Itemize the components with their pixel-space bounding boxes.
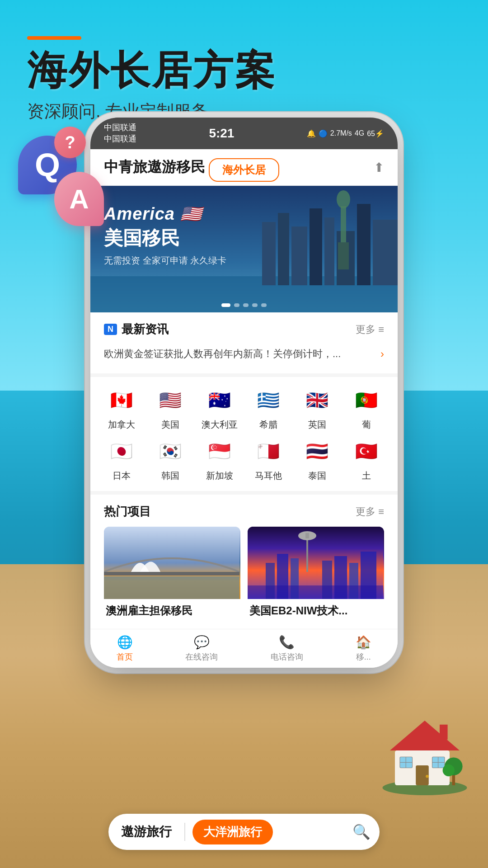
nav-label-1: 在线咨询 xyxy=(185,651,218,662)
country-name-11: 土 xyxy=(362,470,371,482)
nav-item-0[interactable]: 🌐 首页 xyxy=(117,635,133,662)
country-item-7[interactable]: 🇰🇷 韩国 xyxy=(148,435,192,482)
country-flag-4: 🇬🇧 xyxy=(301,384,333,416)
hero-text: America 🇺🇸 美国移民 无需投资 全家可申请 永久绿卡 xyxy=(104,204,226,267)
n-badge: N xyxy=(104,324,117,335)
share-icon[interactable]: ⬆ xyxy=(374,160,384,175)
country-flag-1: 🇺🇸 xyxy=(155,384,186,416)
hero-desc: 无需投资 全家可申请 永久绿卡 xyxy=(104,255,226,267)
nav-label-0: 首页 xyxy=(117,651,133,662)
news-more-link[interactable]: 更多 ≡ xyxy=(356,323,384,336)
news-item[interactable]: 欧洲黄金签证获批人数再创年内新高！关停倒计时，... › xyxy=(104,344,384,364)
country-flag-2: 🇦🇺 xyxy=(204,384,235,416)
country-name-0: 加拿大 xyxy=(108,419,135,431)
notification-icon: 🔔 xyxy=(307,129,316,138)
svg-point-33 xyxy=(426,775,429,778)
country-flag-3: 🇬🇷 xyxy=(253,384,284,416)
status-icons: 🔔 🔵 2.7M/s 4G 65⚡ xyxy=(307,129,384,138)
search-tag[interactable]: 大洋洲旅行 xyxy=(192,820,273,844)
projects-more-link[interactable]: 更多 ≡ xyxy=(356,505,384,519)
project-card-1[interactable]: 澳洲雇主担保移民 xyxy=(104,527,240,620)
country-item-6[interactable]: 🇯🇵 日本 xyxy=(99,435,144,482)
svg-point-42 xyxy=(443,764,455,776)
country-flag-6: 🇯🇵 xyxy=(106,435,137,467)
carrier-info: 中国联通 中国联通 xyxy=(104,122,136,145)
country-flag-8: 🇸🇬 xyxy=(204,435,235,467)
svg-rect-2 xyxy=(262,222,276,285)
svg-rect-5 xyxy=(310,208,322,285)
country-item-10[interactable]: 🇹🇭 泰国 xyxy=(295,435,339,482)
country-item-2[interactable]: 🇦🇺 澳大利亚 xyxy=(197,384,242,431)
country-name-7: 韩国 xyxy=(161,470,179,482)
svg-rect-8 xyxy=(357,204,371,285)
country-flag-10: 🇹🇭 xyxy=(301,435,333,467)
svg-rect-19 xyxy=(305,533,309,538)
project-card-2[interactable]: 美国EB2-NIW技术... xyxy=(248,527,384,620)
projects-section: 热门项目 更多 ≡ xyxy=(90,491,398,629)
svg-rect-31 xyxy=(440,725,448,740)
country-item-0[interactable]: 🇨🇦 加拿大 xyxy=(99,384,144,431)
country-item-3[interactable]: 🇬🇷 希腊 xyxy=(246,384,291,431)
dot-4 xyxy=(252,303,258,307)
wifi-icon: 2.7M/s xyxy=(330,129,352,137)
svg-rect-3 xyxy=(278,213,289,285)
status-time: 5:21 xyxy=(209,126,234,141)
house-decoration xyxy=(375,705,474,796)
svg-rect-11 xyxy=(341,206,346,242)
country-item-8[interactable]: 🇸🇬 新加坡 xyxy=(197,435,242,482)
news-title: N 最新资讯 xyxy=(104,321,169,337)
search-icon[interactable]: 🔍 xyxy=(352,823,371,840)
signal-icon: 4G xyxy=(355,129,364,137)
projects-grid: 澳洲雇主担保移民 xyxy=(104,527,384,620)
status-bar: 中国联通 中国联通 5:21 🔔 🔵 2.7M/s 4G 65⚡ xyxy=(90,118,398,149)
country-name-9: 马耳他 xyxy=(255,470,282,482)
svg-rect-27 xyxy=(248,585,383,599)
project-image-2 xyxy=(248,527,384,599)
dot-2 xyxy=(234,303,239,307)
banner-tag: 海外长居 xyxy=(209,158,279,182)
bottom-nav: 🌐 首页 💬 在线咨询 📞 电话咨询 🏠 移... xyxy=(90,629,398,668)
countries-section: 🇨🇦 加拿大 🇺🇸 美国 🇦🇺 澳大利亚 🇬🇷 希腊 🇬🇧 英国 🇵🇹 葡 🇯🇵… xyxy=(90,373,398,491)
svg-rect-15 xyxy=(104,572,239,576)
svg-rect-17 xyxy=(306,536,308,572)
bottom-search-bar[interactable]: 遨游旅行 大洋洲旅行 🔍 xyxy=(108,814,380,850)
hero-main-text: America 🇺🇸 xyxy=(104,204,226,224)
country-flag-7: 🇰🇷 xyxy=(155,435,186,467)
header-area: 海外长居方案 资深顾问, 专业定制服务 xyxy=(27,36,277,123)
nav-item-2[interactable]: 📞 电话咨询 xyxy=(271,635,303,662)
svg-point-10 xyxy=(337,190,350,208)
countries-grid: 🇨🇦 加拿大 🇺🇸 美国 🇦🇺 澳大利亚 🇬🇷 希腊 🇬🇧 英国 🇵🇹 葡 🇯🇵… xyxy=(99,384,389,482)
sydney-scene xyxy=(104,527,240,599)
nav-icon-2: 📞 xyxy=(279,635,295,650)
svg-rect-14 xyxy=(104,576,239,599)
country-item-4[interactable]: 🇬🇧 英国 xyxy=(295,384,339,431)
projects-title: 热门项目 xyxy=(104,504,151,519)
country-item-11[interactable]: 🇹🇷 土 xyxy=(344,435,389,482)
svg-rect-9 xyxy=(373,220,398,285)
country-flag-5: 🇵🇹 xyxy=(351,384,382,416)
country-flag-9: 🇲🇹 xyxy=(253,435,284,467)
country-item-5[interactable]: 🇵🇹 葡 xyxy=(344,384,389,431)
accent-line xyxy=(27,36,81,40)
hero-banner[interactable]: America 🇺🇸 美国移民 无需投资 全家可申请 永久绿卡 xyxy=(90,186,398,312)
nav-label-2: 电话咨询 xyxy=(271,651,303,662)
country-item-1[interactable]: 🇺🇸 美国 xyxy=(148,384,192,431)
hero-sub-text: 美国移民 xyxy=(104,226,226,251)
country-name-2: 澳大利亚 xyxy=(202,419,238,431)
country-item-9[interactable]: 🇲🇹 马耳他 xyxy=(246,435,291,482)
phone-mockup: 中国联通 中国联通 5:21 🔔 🔵 2.7M/s 4G 65⚡ 中青旅遨游移民… xyxy=(90,118,398,668)
nav-item-3[interactable]: 🏠 移... xyxy=(356,635,371,662)
country-name-1: 美国 xyxy=(161,419,179,431)
svg-rect-6 xyxy=(324,217,334,285)
banner-dots xyxy=(221,303,267,307)
sydney-bg xyxy=(104,527,240,599)
seattle-bg xyxy=(248,527,384,599)
nav-icon-3: 🏠 xyxy=(356,635,371,650)
country-flag-11: 🇹🇷 xyxy=(351,435,382,467)
project-title-2: 美国EB2-NIW技术... xyxy=(248,599,384,620)
nav-icon-0: 🌐 xyxy=(117,635,133,650)
search-divider xyxy=(184,823,185,841)
page-title: 海外长居方案 xyxy=(27,49,277,93)
nav-item-1[interactable]: 💬 在线咨询 xyxy=(185,635,218,662)
app-title: 中青旅遨游移民 xyxy=(104,157,205,177)
